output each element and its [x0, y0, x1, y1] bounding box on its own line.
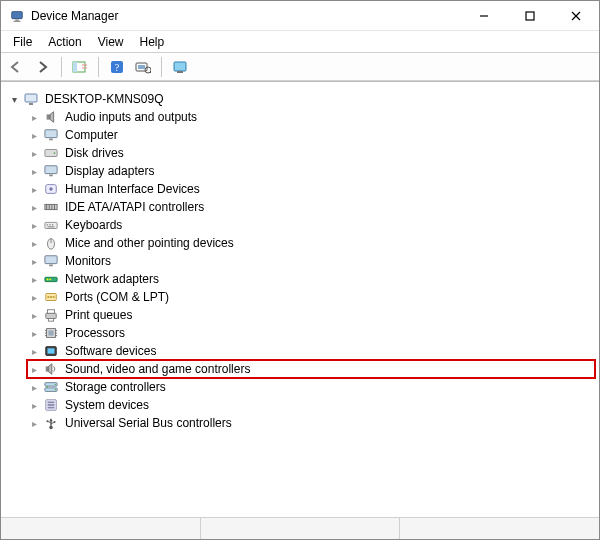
svg-rect-19: [25, 94, 37, 102]
window-title: Device Manager: [31, 9, 461, 23]
svg-point-25: [54, 152, 56, 154]
svg-rect-48: [48, 296, 50, 298]
tree-category-node[interactable]: Display adapters: [27, 162, 595, 180]
svg-rect-43: [49, 265, 53, 267]
device-tree[interactable]: DESKTOP-KMNS09Q Audio inputs and outputs…: [1, 83, 599, 539]
svg-rect-70: [48, 402, 55, 404]
expand-toggle[interactable]: [27, 218, 41, 232]
tree-category-node[interactable]: Keyboards: [27, 216, 595, 234]
status-cell: [201, 518, 401, 539]
expand-toggle[interactable]: [27, 182, 41, 196]
expand-toggle[interactable]: [27, 398, 41, 412]
tree-category-node[interactable]: Audio inputs and outputs: [27, 108, 595, 126]
status-cell: [1, 518, 201, 539]
device-manager-window: Device Manager File Action View Help ?: [0, 0, 600, 540]
tree-category-label: System devices: [63, 398, 151, 412]
tree-category-label: Human Interface Devices: [63, 182, 202, 196]
expand-toggle[interactable]: [27, 272, 41, 286]
tree-category-node[interactable]: Computer: [27, 126, 595, 144]
expand-toggle[interactable]: [27, 128, 41, 142]
tree-category-label: Ports (COM & LPT): [63, 290, 171, 304]
network-icon: [43, 271, 59, 287]
tree-category-label: Audio inputs and outputs: [63, 110, 199, 124]
tree-category-node[interactable]: Universal Serial Bus controllers: [27, 414, 595, 432]
app-icon: [9, 8, 25, 24]
svg-rect-63: [48, 348, 55, 353]
expand-toggle[interactable]: [27, 344, 41, 358]
tree-category-node[interactable]: System devices: [27, 396, 595, 414]
svg-rect-36: [47, 224, 48, 225]
keyboard-icon: [43, 217, 59, 233]
ide-icon: [43, 199, 59, 215]
tree-category-label: Sound, video and game controllers: [63, 362, 252, 376]
tree-category-node[interactable]: Software devices: [27, 342, 595, 360]
minimize-button[interactable]: [461, 1, 507, 30]
close-button[interactable]: [553, 1, 599, 30]
svg-rect-71: [48, 404, 55, 406]
expand-toggle[interactable]: [27, 326, 41, 340]
svg-rect-8: [73, 62, 77, 72]
svg-rect-50: [53, 296, 55, 298]
svg-rect-78: [54, 421, 56, 423]
svg-rect-18: [177, 71, 183, 73]
display-icon: [43, 163, 59, 179]
mouse-icon: [43, 235, 59, 251]
svg-point-68: [55, 389, 56, 390]
back-button[interactable]: [5, 56, 29, 78]
svg-rect-2: [14, 20, 21, 21]
show-hide-console-button[interactable]: [68, 56, 92, 78]
tree-category-node[interactable]: IDE ATA/ATAPI controllers: [27, 198, 595, 216]
expand-toggle[interactable]: [27, 290, 41, 304]
properties-button[interactable]: [168, 56, 192, 78]
tree-category-node[interactable]: Network adapters: [27, 270, 595, 288]
tree-category-label: Software devices: [63, 344, 158, 358]
tree-category-label: IDE ATA/ATAPI controllers: [63, 200, 206, 214]
expand-toggle[interactable]: [27, 308, 41, 322]
expand-toggle[interactable]: [7, 92, 21, 106]
title-bar: Device Manager: [1, 1, 599, 31]
toolbar: ?: [1, 53, 599, 81]
tree-category-node[interactable]: Mice and other pointing devices: [27, 234, 595, 252]
menu-help[interactable]: Help: [134, 33, 171, 51]
menu-view[interactable]: View: [92, 33, 130, 51]
tree-category-node[interactable]: Monitors: [27, 252, 595, 270]
expand-toggle[interactable]: [27, 200, 41, 214]
tree-root-node[interactable]: DESKTOP-KMNS09Q Audio inputs and outputs…: [7, 90, 595, 432]
expand-toggle[interactable]: [27, 416, 41, 430]
tree-category-node[interactable]: Human Interface Devices: [27, 180, 595, 198]
svg-point-29: [49, 187, 53, 191]
tree-category-node[interactable]: Disk drives: [27, 144, 595, 162]
svg-rect-0: [12, 11, 23, 18]
tree-category-label: Universal Serial Bus controllers: [63, 416, 234, 430]
tree-category-node[interactable]: Print queues: [27, 306, 595, 324]
expand-toggle[interactable]: [27, 146, 41, 160]
svg-rect-17: [174, 62, 186, 71]
svg-point-46: [49, 279, 51, 281]
forward-button[interactable]: [31, 56, 55, 78]
scan-hardware-button[interactable]: [131, 56, 155, 78]
menu-file[interactable]: File: [7, 33, 38, 51]
expand-toggle[interactable]: [27, 254, 41, 268]
expand-toggle[interactable]: [27, 164, 41, 178]
monitor-icon: [43, 127, 59, 143]
expand-toggle[interactable]: [27, 362, 41, 376]
tree-category-node[interactable]: Processors: [27, 324, 595, 342]
system-icon: [43, 397, 59, 413]
usb-icon: [43, 415, 59, 431]
computer-icon: [23, 91, 39, 107]
help-button[interactable]: ?: [105, 56, 129, 78]
tree-category-node[interactable]: Storage controllers: [27, 378, 595, 396]
svg-rect-23: [49, 139, 53, 141]
svg-rect-72: [48, 407, 55, 409]
menu-action[interactable]: Action: [42, 33, 87, 51]
expand-toggle[interactable]: [27, 110, 41, 124]
expand-toggle[interactable]: [27, 380, 41, 394]
tree-category-node[interactable]: Ports (COM & LPT): [27, 288, 595, 306]
expand-toggle[interactable]: [27, 236, 41, 250]
maximize-button[interactable]: [507, 1, 553, 30]
tree-category-label: Mice and other pointing devices: [63, 236, 236, 250]
svg-rect-52: [48, 310, 55, 314]
drive-icon: [43, 145, 59, 161]
tree-category-node[interactable]: Sound, video and game controllers: [27, 360, 595, 378]
window-controls: [461, 1, 599, 30]
